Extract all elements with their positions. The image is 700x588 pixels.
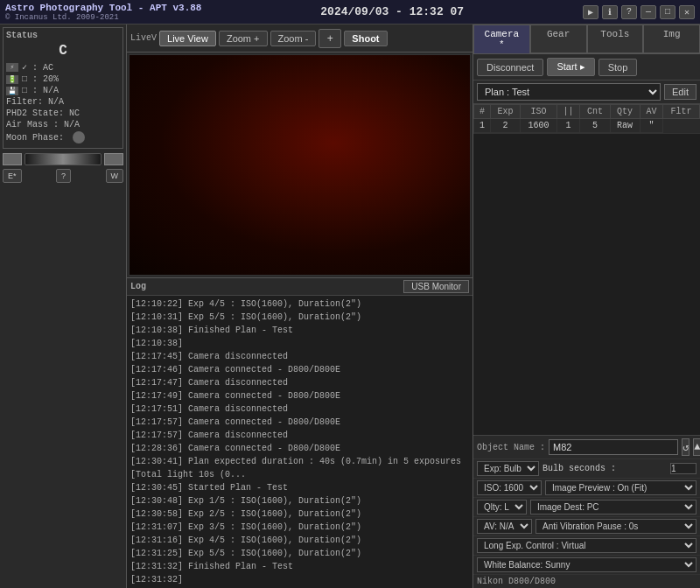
log-header: Log USB Monitor — [127, 278, 472, 296]
stop-button[interactable]: Stop — [598, 59, 638, 76]
question-btn[interactable]: ? — [56, 169, 71, 183]
storage-label: □ : N/A — [22, 86, 59, 95]
tab-tools[interactable]: Tools — [587, 24, 644, 53]
camera-model-label: Nikon D800/D800 — [473, 574, 700, 588]
log-entry: [12:30:41] Plan expected duration : 40s … — [130, 455, 469, 481]
iso-row: ISO: 1600 Image Preview : On (Fit) — [473, 478, 700, 497]
ac-status-row: ⚡ ✓ : AC — [6, 62, 120, 73]
col-qty: Qty — [610, 105, 640, 119]
white-balance-row: White Balance: Sunny — [473, 555, 700, 574]
top-section: LiveV Live View Zoom + Zoom - + Shoot — [127, 24, 472, 277]
bulb-label: Bulb seconds : — [542, 464, 667, 473]
zoom-in-button[interactable]: Zoom + — [219, 31, 268, 46]
live-view-button[interactable]: Live View — [159, 31, 216, 46]
airmass-label: Air Mass : N/A — [6, 120, 120, 130]
storage-icon: 💾 — [6, 87, 18, 95]
log-entry: [12:17:45] Camera disconnected — [130, 350, 469, 363]
minimize-btn[interactable]: — — [640, 5, 656, 19]
info-btn[interactable]: ℹ — [602, 5, 618, 19]
moonphase-label: Moon Phase: — [6, 131, 120, 144]
exposure-table-container: # Exp ISO || Cnt Qty AV Fltr 12160015Raw… — [473, 104, 700, 133]
image-dest-select[interactable]: Image Dest: PC — [530, 500, 696, 514]
close-btn[interactable]: ✕ — [679, 5, 695, 19]
center-column: LiveV Live View Zoom + Zoom - + Shoot Lo… — [127, 24, 472, 588]
col-cnt: Cnt — [580, 105, 610, 119]
usb-monitor-button[interactable]: USB Monitor — [403, 280, 469, 293]
av-select[interactable]: AV: N/A — [477, 519, 532, 534]
long-exp-select[interactable]: Long Exp. Control : Virtual — [477, 538, 696, 553]
play-btn[interactable]: ▶ — [583, 5, 598, 19]
log-entry: [12:30:58] Exp 2/5 : ISO(1600), Duration… — [130, 508, 469, 521]
long-exp-row: Long Exp. Control : Virtual — [473, 536, 700, 555]
shoot-button[interactable]: Shoot — [344, 31, 387, 46]
main-layout: Status C ⚡ ✓ : AC 🔋 □ : 20% 💾 □ : N/A Fi… — [0, 24, 700, 588]
log-entry: [12:17:47] Camera disconnected — [130, 376, 469, 389]
log-title: Log — [130, 282, 146, 291]
object-name-label: Object Name : — [477, 443, 545, 452]
col-iso: ISO — [521, 105, 557, 119]
col-num: # — [474, 105, 491, 119]
av-row: AV: N/A Anti Vibration Pause : 0s — [473, 516, 700, 536]
slider-handle-right[interactable] — [104, 153, 123, 165]
log-entry: [12:31:16] Exp 4/5 : ISO(1600), Duration… — [130, 534, 469, 547]
start-button[interactable]: Start ▸ — [547, 58, 594, 76]
col-exp: Exp — [490, 105, 520, 119]
slider-area — [3, 153, 123, 165]
log-entry: [12:10:38] Finished Plan - Test — [130, 324, 469, 337]
disconnect-button[interactable]: Disconnect — [477, 59, 543, 76]
log-entry: [12:10:31] Exp 5/5 : ISO(1600), Duration… — [130, 311, 469, 324]
plan-dropdown-row: Plan : Test Edit — [473, 80, 700, 104]
e-star-btn[interactable]: E* — [3, 169, 22, 183]
camera-status-indicator: C — [6, 43, 120, 59]
right-panel: Camera * Gear Tools Img Disconnect Start… — [472, 24, 700, 588]
col-fltr: Fltr — [663, 105, 700, 119]
battery-status-row: 🔋 □ : 20% — [6, 74, 120, 84]
object-name-input[interactable] — [549, 439, 678, 455]
tab-img[interactable]: Img — [643, 24, 700, 53]
white-balance-select[interactable]: White Balance: Sunny — [477, 557, 696, 572]
w-btn[interactable]: W — [106, 169, 124, 183]
edit-button[interactable]: Edit — [664, 84, 696, 100]
iso-select[interactable]: ISO: 1600 — [477, 480, 542, 495]
log-content[interactable]: [12:10:22] Exp 4/5 : ISO(1600), Duration… — [127, 296, 472, 588]
tab-camera[interactable]: Camera * — [473, 24, 530, 53]
plan-empty-area — [473, 133, 700, 435]
phd2-label: PHD2 State: NC — [6, 108, 120, 118]
log-entry: [12:31:32] — [130, 573, 469, 586]
maximize-btn[interactable]: □ — [660, 5, 676, 19]
bulb-seconds-input[interactable] — [670, 463, 696, 474]
crosshair-button[interactable]: + — [318, 29, 341, 48]
app-subtitle: © Incanus Ltd. 2009-2021 — [5, 13, 201, 22]
exp-select[interactable]: Exp: Bulb — [477, 461, 539, 476]
tab-gear[interactable]: Gear — [530, 24, 587, 53]
liveview-toolbar: LiveV Live View Zoom + Zoom - + Shoot — [127, 24, 472, 52]
table-cell: 1600 — [521, 119, 557, 133]
right-tabs: Camera * Gear Tools Img — [473, 24, 700, 54]
log-entry: [12:17:51] Camera disconnected — [130, 402, 469, 416]
bottom-controls: E* ? W — [3, 169, 123, 183]
plan-select[interactable]: Plan : Test — [477, 83, 661, 101]
left-panel: Status C ⚡ ✓ : AC 🔋 □ : 20% 💾 □ : N/A Fi… — [0, 24, 127, 588]
log-entry: [12:30:45] Started Plan - Test — [130, 481, 469, 494]
live-label: LiveV — [130, 33, 157, 43]
log-entry: [12:31:32] Finished Plan - Test — [130, 560, 469, 573]
zoom-out-button[interactable]: Zoom - — [270, 31, 317, 46]
help-btn[interactable]: ? — [621, 5, 637, 19]
app-title: Astro Photography Tool - APT v3.88 — [5, 3, 201, 13]
qlty-row: Qlty: L Image Dest: PC — [473, 497, 700, 516]
log-entry: [12:31:07] Exp 3/5 : ISO(1600), Duration… — [130, 521, 469, 534]
up-icon[interactable]: ▲ — [693, 438, 700, 456]
liveview-canvas — [129, 54, 471, 276]
slider-handle-left[interactable] — [3, 153, 22, 165]
table-cell: 5 — [580, 119, 610, 133]
battery-icon: 🔋 — [6, 75, 18, 84]
status-section: Status C ⚡ ✓ : AC 🔋 □ : 20% 💾 □ : N/A Fi… — [3, 27, 123, 149]
image-preview-select[interactable]: Image Preview : On (Fit) — [545, 480, 696, 495]
refresh-icon[interactable]: ↺ — [682, 438, 690, 456]
titlebar-datetime: 2024/09/03 - 12:32 07 — [320, 5, 464, 18]
qlty-select[interactable]: Qlty: L — [477, 500, 527, 514]
status-title: Status — [6, 31, 120, 40]
slider-track[interactable] — [24, 153, 102, 165]
anti-vibration-select[interactable]: Anti Vibration Pause : 0s — [536, 519, 696, 534]
object-name-row: Object Name : ↺ ▲ ▼ — [473, 435, 700, 458]
